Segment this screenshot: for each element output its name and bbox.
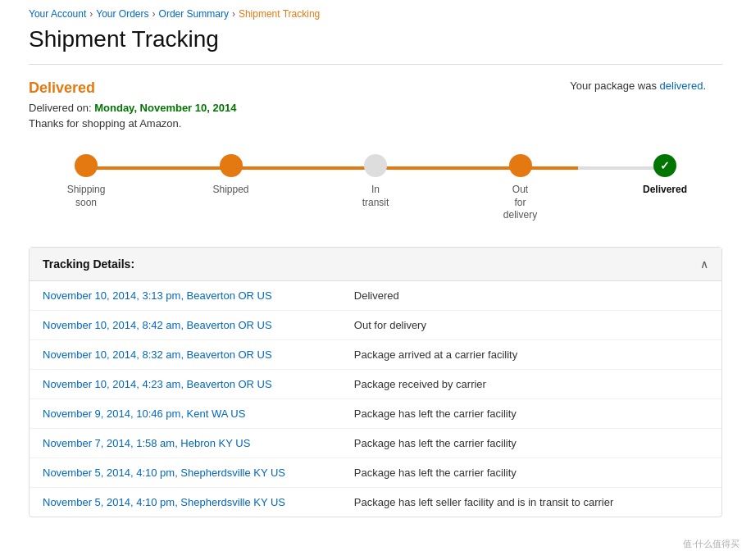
tracking-row: November 7, 2014, 1:58 am, Hebron KY USP… <box>30 428 721 458</box>
tracking-row: November 9, 2014, 10:46 pm, Kent WA USPa… <box>30 398 721 428</box>
tracking-date-7: November 5, 2014, 4:10 pm, Shepherdsvill… <box>30 487 341 517</box>
tracking-details-header[interactable]: Tracking Details: ∧ <box>30 248 721 281</box>
tracking-status-5: Package has left the carrier facility <box>341 428 721 458</box>
status-message-prefix: Your package was <box>570 80 659 92</box>
tracker-step-in-transit: Intransit <box>343 154 408 222</box>
tracking-status-1: Out for delivery <box>341 310 721 339</box>
status-label: Delivered <box>29 80 236 97</box>
thanks-line: Thanks for shopping at Amazon. <box>29 117 236 130</box>
tracking-row: November 5, 2014, 4:10 pm, Shepherdsvill… <box>30 487 721 517</box>
tracker-step-shipping-soon: Shippingsoon <box>53 154 119 222</box>
tracking-date-5: November 7, 2014, 1:58 am, Hebron KY US <box>30 428 341 458</box>
step-circle-out-for-delivery <box>509 154 532 177</box>
tracking-date-6: November 5, 2014, 4:10 pm, Shepherdsvill… <box>30 458 341 487</box>
breadcrumb-separator-2: › <box>152 8 156 20</box>
tracking-status-2: Package arrived at a carrier facility <box>341 339 721 369</box>
breadcrumb-separator-1: › <box>89 8 93 20</box>
tracking-row: November 10, 2014, 8:32 am, Beaverton OR… <box>30 339 721 369</box>
tracking-table: November 10, 2014, 3:13 pm, Beaverton OR… <box>30 281 721 517</box>
breadcrumb-your-orders[interactable]: Your Orders <box>96 8 148 20</box>
tracking-status-6: Package has left the carrier facility <box>341 458 721 487</box>
tracking-row: November 10, 2014, 3:13 pm, Beaverton OR… <box>30 281 721 311</box>
step-label-out-for-delivery: Outfordelivery <box>503 184 537 222</box>
tracking-status-3: Package received by carrier <box>341 369 721 398</box>
step-label-shipped: Shipped <box>212 184 248 197</box>
step-circle-shipping-soon <box>75 154 98 177</box>
status-section: Delivered Delivered on: Monday, November… <box>29 80 722 130</box>
watermark: 值·什么值得买 <box>680 536 743 542</box>
tracking-status-7: Package has left seller facility and is … <box>341 487 721 517</box>
tracking-row: November 10, 2014, 4:23 am, Beaverton OR… <box>30 369 721 398</box>
step-label-delivered: Delivered <box>643 184 687 197</box>
chevron-up-icon: ∧ <box>700 257 708 271</box>
step-label-shipping-soon: Shippingsoon <box>67 184 106 209</box>
tracking-date-1: November 10, 2014, 8:42 am, Beaverton OR… <box>30 310 341 339</box>
status-message-link[interactable]: delivered <box>660 80 703 92</box>
status-message-suffix: . <box>703 80 706 92</box>
tracking-row: November 10, 2014, 8:42 am, Beaverton OR… <box>30 310 721 339</box>
breadcrumb-order-summary[interactable]: Order Summary <box>159 8 229 20</box>
step-circle-delivered: ✓ <box>653 154 676 177</box>
tracking-details-section: Tracking Details: ∧ November 10, 2014, 3… <box>29 247 722 517</box>
tracker-steps: Shippingsoon Shipped Intransit Outfordel… <box>53 154 698 222</box>
delivery-date-prefix: Delivered on: <box>29 102 92 114</box>
tracking-date-3: November 10, 2014, 4:23 am, Beaverton OR… <box>30 369 341 398</box>
tracking-row: November 5, 2014, 4:10 pm, Shepherdsvill… <box>30 458 721 487</box>
tracking-date-4: November 9, 2014, 10:46 pm, Kent WA US <box>30 398 341 428</box>
breadcrumb: Your Account › Your Orders › Order Summa… <box>29 8 722 20</box>
tracker-step-out-for-delivery: Outfordelivery <box>488 154 553 222</box>
tracking-status-0: Delivered <box>341 281 721 311</box>
step-circle-in-transit <box>364 154 387 177</box>
status-message: Your package was delivered. <box>570 80 722 92</box>
delivery-date-line: Delivered on: Monday, November 10, 2014 <box>29 102 236 114</box>
tracker-step-delivered: ✓ Delivered <box>632 154 698 222</box>
progress-tracker: Shippingsoon Shipped Intransit Outfordel… <box>29 154 722 222</box>
breadcrumb-separator-3: › <box>232 8 235 20</box>
page-title: Shipment Tracking <box>29 26 722 65</box>
tracker-bar: Shippingsoon Shipped Intransit Outfordel… <box>37 154 714 222</box>
tracking-status-4: Package has left the carrier facility <box>341 398 721 428</box>
status-left: Delivered Delivered on: Monday, November… <box>29 80 236 130</box>
tracking-details-title: Tracking Details: <box>43 257 134 271</box>
step-circle-shipped <box>220 154 243 177</box>
tracker-step-shipped: Shipped <box>198 154 264 222</box>
breadcrumb-your-account[interactable]: Your Account <box>29 8 86 20</box>
step-label-in-transit: Intransit <box>362 184 389 209</box>
breadcrumb-current: Shipment Tracking <box>239 8 320 20</box>
page-wrapper: Your Account › Your Orders › Order Summa… <box>0 0 751 542</box>
tracking-date-2: November 10, 2014, 8:32 am, Beaverton OR… <box>30 339 341 369</box>
delivery-date-value: Monday, November 10, 2014 <box>94 102 236 114</box>
tracking-date-0: November 10, 2014, 3:13 pm, Beaverton OR… <box>30 281 341 311</box>
checkmark-icon: ✓ <box>660 159 670 172</box>
